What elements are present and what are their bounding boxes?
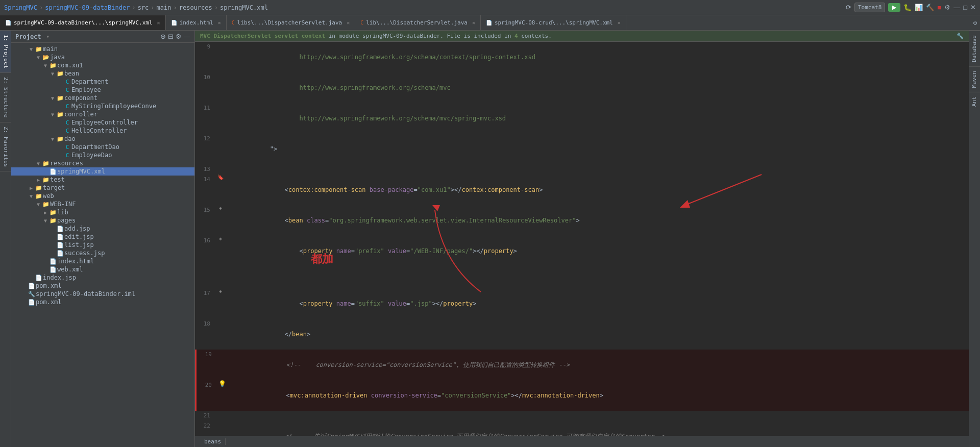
tomcat-selector[interactable]: Tomcat8 <box>854 3 885 12</box>
tree-item-deptdao[interactable]: C DepartmentDao <box>11 143 194 151</box>
tree-label: main <box>43 45 58 53</box>
tab-close[interactable]: ✕ <box>618 20 621 26</box>
line-content: <!-- 告诉SpringMVC别用默认的ConversionService,而… <box>226 421 969 436</box>
left-tab-project[interactable]: 1: Project <box>0 31 11 73</box>
status-bar: beans <box>195 436 969 447</box>
project-tree: ▼ 📁 main ▼ 📂 java ▼ 📁 com.xu1 ▼ 📁 bean <box>11 43 194 447</box>
code-line-22: 22 <!-- 告诉SpringMVC别用默认的ConversionServic… <box>195 421 969 436</box>
tree-item-bean[interactable]: ▼ 📁 bean <box>11 69 194 78</box>
code-editor[interactable]: 9 http://www.springframework.org/schema/… <box>195 42 969 436</box>
debug-btn[interactable]: 🐛 <box>903 4 912 11</box>
main-area: 1: Project 2: Structure Z: Favorites Pro… <box>0 31 980 447</box>
tree-item-department[interactable]: C Department <box>11 78 194 86</box>
breadcrumb-springmvc[interactable]: SpringMVC <box>4 4 37 11</box>
folder-icon: 📁 <box>42 160 50 167</box>
code-line-16: 16 ◈ <property name="prefix" value="/WEB… <box>195 236 969 288</box>
line-content: <!-- conversion-service="conversionServi… <box>227 350 969 380</box>
line-number: 9 <box>195 42 215 52</box>
minimize-btn[interactable]: — <box>953 4 960 11</box>
tree-item-resources[interactable]: ▼ 📁 resources <box>11 159 194 167</box>
tree-item-pomxml[interactable]: 📄 pom.xml <box>11 282 194 290</box>
stop-btn[interactable]: ■ <box>937 4 941 11</box>
tree-item-successjsp[interactable]: 📄 success.jsp <box>11 249 194 257</box>
tree-item-target[interactable]: ▶ 📁 target <box>11 184 194 192</box>
tab-label: springMVC-09-dataBinder\...\springMVC.xm… <box>14 19 153 26</box>
locate-btn[interactable]: ⊕ <box>160 33 166 40</box>
line-number: 10 <box>195 72 215 83</box>
tree-item-hellocontroller[interactable]: C HelloController <box>11 127 194 135</box>
side-panel-database[interactable]: Database <box>969 31 980 66</box>
tree-item-dao[interactable]: ▼ 📁 dao <box>11 135 194 143</box>
tab-close[interactable]: ✕ <box>218 20 221 26</box>
tree-label: dao <box>64 135 76 142</box>
tab-springmvc-crud[interactable]: 📄 springMVC-08-crud\...\springMVC.xml ✕ <box>481 15 626 30</box>
tab-close[interactable]: ✕ <box>347 20 350 26</box>
breadcrumb-module[interactable]: springMVC-09-dataBinder <box>45 4 130 11</box>
tab-label: index.html <box>180 19 213 26</box>
tree-item-lib[interactable]: ▶ 📁 lib <box>11 208 194 216</box>
java-class-icon3: C <box>63 119 71 126</box>
xml-icon4: 📄 <box>28 299 36 306</box>
tree-item-empcontroller[interactable]: C EmployeeController <box>11 118 194 127</box>
tree-label: Department <box>71 78 108 85</box>
update-btn[interactable]: ⟳ <box>846 4 851 11</box>
tree-item-empdao[interactable]: C EmployeeDao <box>11 151 194 159</box>
tree-item-addjsp[interactable]: 📄 add.jsp <box>11 225 194 233</box>
tree-item-component[interactable]: ▼ 📁 component <box>11 94 194 102</box>
profile-btn[interactable]: 📊 <box>915 4 923 11</box>
tree-item-editjsp[interactable]: 📄 edit.jsp <box>11 233 194 241</box>
side-panel-ant[interactable]: Ant <box>969 92 980 111</box>
tree-item-main[interactable]: ▼ 📁 main <box>11 45 194 53</box>
tab-close[interactable]: ✕ <box>157 20 160 26</box>
maximize-btn[interactable]: □ <box>963 4 967 11</box>
tree-item-iml[interactable]: 🔧 springMVC-09-dataBinder.iml <box>11 290 194 298</box>
tree-item-pomxml2[interactable]: 📄 pom.xml <box>11 298 194 306</box>
tree-item-conroller[interactable]: ▼ 📁 conroller <box>11 110 194 118</box>
breadcrumb-file: springMVC.xml <box>220 4 268 11</box>
left-tab-structure[interactable]: 2: Structure <box>0 73 11 122</box>
side-panel-maven[interactable]: Maven <box>969 66 980 92</box>
settings-wrench[interactable]: 🔧 <box>957 33 964 39</box>
context-bar: MVC DispatcherServlet servlet context in… <box>195 31 969 42</box>
tree-item-webxml[interactable]: 📄 web.xml <box>11 265 194 274</box>
bulb-icon[interactable]: 💡 <box>218 380 226 387</box>
line-gutter: 🔖 <box>215 175 226 180</box>
left-tab-favorites[interactable]: Z: Favorites <box>0 122 11 171</box>
tab-dispatcher2[interactable]: C lib\...\DispatcherServlet.java ✕ <box>355 15 481 30</box>
build-btn[interactable]: 🔨 <box>926 4 934 11</box>
folder-icon: 📁 <box>49 209 57 216</box>
expand-arrow: ▶ <box>35 177 42 183</box>
code-line-14: 14 🔖 <contex:component-scan base-package… <box>195 175 969 205</box>
folder-icon: 📁 <box>56 70 64 77</box>
tree-item-listjsp[interactable]: 📄 list.jsp <box>11 241 194 249</box>
tree-item-indexhtml[interactable]: 📄 index.html <box>11 257 194 265</box>
code-line-13: 13 <box>195 164 969 175</box>
settings-gear[interactable]: ⚙ <box>970 15 980 30</box>
tab-springmvc-xml[interactable]: 📄 springMVC-09-dataBinder\...\springMVC.… <box>0 15 166 30</box>
tree-item-indexjsp[interactable]: 📄 index.jsp <box>11 274 194 282</box>
settings-btn[interactable]: ⚙ <box>944 4 950 11</box>
collapse-btn[interactable]: ⊟ <box>168 33 174 40</box>
tree-item-converter[interactable]: C MyStringToEmployeeConve <box>11 102 194 110</box>
tree-item-web[interactable]: ▼ 📁 web <box>11 192 194 200</box>
tree-item-pages[interactable]: ▼ 📁 pages <box>11 216 194 225</box>
tree-item-comxu1[interactable]: ▼ 📁 com.xu1 <box>11 61 194 69</box>
tab-close[interactable]: ✕ <box>472 20 475 26</box>
line-gutter: ◈ <box>215 288 226 294</box>
sidebar-dropdown[interactable]: ▾ <box>46 33 50 40</box>
tree-label: component <box>64 94 97 102</box>
jsp-icon: 📄 <box>56 250 64 257</box>
tab-dispatcher1[interactable]: C libs\...\DispatcherServlet.java ✕ <box>227 15 355 30</box>
tree-item-webinf[interactable]: ▼ 📁 WEB-INF <box>11 200 194 208</box>
gear-btn[interactable]: — <box>184 33 190 40</box>
tree-item-springmvc-xml[interactable]: 📄 springMVC.xml <box>11 167 194 176</box>
options-btn[interactable]: ⚙ <box>176 33 182 40</box>
run-btn[interactable]: ▶ <box>888 3 900 12</box>
tree-item-employee[interactable]: C Employee <box>11 86 194 94</box>
tree-item-test[interactable]: ▶ 📁 test <box>11 176 194 184</box>
close-btn[interactable]: ✕ <box>970 4 976 11</box>
folder-icon: 📁 <box>35 185 43 191</box>
xml-icon3: 📄 <box>486 20 492 26</box>
tree-item-java[interactable]: ▼ 📂 java <box>11 53 194 61</box>
tab-index-html[interactable]: 📄 index.html ✕ <box>166 15 227 30</box>
